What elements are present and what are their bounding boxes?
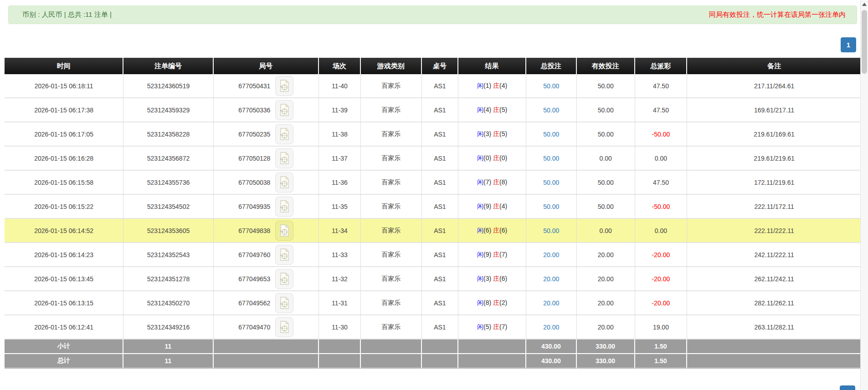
cell-round-no: 677050128 (214, 147, 319, 171)
currency-summary-text: 币别 : 人民币 | 总共 :11 注单 | (22, 10, 112, 19)
cell-valid-bet: 20.00 (577, 315, 635, 339)
banker-score: (4) (499, 203, 507, 210)
remark-value: 262.11/242.11 (754, 275, 794, 283)
cell-time: 2026-01-15 06:17:38 (5, 98, 123, 122)
video-replay-button[interactable] (275, 245, 293, 265)
valid-bet-value: 20.00 (598, 299, 614, 307)
cell-table-no: AS1 (422, 74, 459, 98)
video-replay-button[interactable] (275, 172, 293, 192)
total-bet-link[interactable]: 50.00 (543, 131, 559, 138)
cell-table-no: AS1 (422, 147, 459, 171)
subtotal-row: 小计11430.00330.001.50 (5, 339, 861, 354)
vertical-scrollbar[interactable] (860, 0, 868, 390)
bet-id-value: 523124359329 (147, 106, 190, 114)
cell-empty (361, 339, 421, 354)
total-bet-link[interactable]: 50.00 (543, 227, 559, 234)
cell-session: 11-33 (319, 243, 361, 267)
video-replay-button[interactable] (275, 124, 293, 144)
cell-valid-bet: 20.00 (577, 291, 635, 315)
total-bet-link[interactable]: 20.00 (543, 299, 559, 307)
total-bet-link[interactable]: 50.00 (543, 203, 559, 210)
cell-total-bet: 50.00 (526, 195, 577, 219)
cell-table-no: AS1 (422, 195, 459, 219)
cell-game-type: 百家乐 (361, 147, 421, 171)
round-no-value: 677049470 (238, 324, 270, 331)
video-replay-button[interactable] (275, 197, 293, 217)
cell-remark: 217.11/264.61 (687, 74, 861, 98)
cell-valid-bet: 0.00 (577, 147, 635, 171)
video-replay-button[interactable] (275, 317, 293, 337)
round-no-value: 677050431 (238, 82, 270, 90)
table-row: 2026-01-15 06:12:41523124349216677049470… (5, 315, 861, 339)
player-score: (5) (483, 323, 491, 330)
cell-bet-id: 523124349216 (123, 315, 213, 339)
bet-id-value: 523124360519 (147, 82, 190, 90)
cell-bet-id: 523124354502 (123, 195, 213, 219)
video-replay-button[interactable] (275, 100, 293, 120)
total-bet-link[interactable]: 50.00 (543, 106, 559, 114)
banker-label: 庄 (493, 130, 499, 137)
video-replay-button[interactable] (275, 148, 293, 168)
table-no-value: AS1 (434, 251, 446, 258)
video-record-icon (279, 200, 290, 213)
video-replay-button[interactable] (275, 293, 293, 313)
bet-id-value: 523124351278 (147, 275, 190, 283)
player-score: (3) (483, 130, 491, 137)
bet-records-table: 时间注单编号局号场次游戏类别桌号结果总投注有效投注总派彩备注 2026-01-1… (5, 58, 861, 369)
cell-payout: 47.50 (635, 171, 688, 195)
total-bet-link[interactable]: 20.00 (543, 275, 559, 283)
video-record-icon (279, 152, 290, 164)
payout-value: 0.00 (655, 155, 667, 162)
scrollbar-thumb[interactable] (862, 10, 867, 74)
video-record-icon (279, 321, 290, 333)
game-type-value: 百家乐 (381, 227, 401, 234)
round-no-value: 677049562 (238, 299, 270, 307)
bet-id-value: 523124355736 (147, 179, 190, 186)
cell-remark: 222.11/222.11 (687, 219, 861, 243)
banker-label: 庄 (493, 323, 499, 330)
session-value: 11-31 (332, 299, 348, 307)
player-label: 闲 (477, 251, 483, 258)
total-bet-link[interactable]: 50.00 (543, 155, 559, 162)
payout-value: 47.50 (653, 179, 669, 186)
banker-score: (7) (499, 251, 507, 258)
banker-score: (7) (499, 323, 507, 330)
cell-bet-id: 523124356872 (123, 147, 213, 171)
round-no-value: 677050235 (238, 131, 270, 138)
total-bet-link[interactable]: 20.00 (543, 251, 559, 258)
player-score: (3) (483, 275, 491, 282)
scrollbar-up-arrow-icon[interactable] (862, 3, 867, 6)
col-header-table_no: 桌号 (422, 58, 459, 74)
pagination-top-page-1[interactable]: 1 (841, 37, 856, 52)
cell-result: 闲(1) 庄(4) (458, 74, 526, 98)
cell-payout: 19.00 (635, 315, 688, 339)
cell-empty (687, 354, 861, 369)
cell-empty (361, 354, 421, 369)
cell-table-no: AS1 (422, 219, 459, 243)
cell-empty (687, 339, 861, 354)
payout-value: 47.50 (653, 106, 669, 114)
cell-table-no: AS1 (422, 291, 459, 315)
total-bet-link[interactable]: 50.00 (543, 82, 559, 90)
session-value: 11-38 (332, 131, 348, 138)
total-bet-link[interactable]: 50.00 (543, 179, 559, 186)
total-bet-link[interactable]: 20.00 (543, 324, 559, 331)
cell-summary-count-value: 11 (165, 357, 172, 365)
pagination-bottom-page-1[interactable]: 1 (840, 385, 855, 390)
cell-round-no: 677049653 (214, 267, 319, 291)
game-type-value: 百家乐 (381, 299, 401, 306)
cell-total-bet: 50.00 (526, 98, 577, 122)
table-no-value: AS1 (434, 227, 446, 234)
cell-game-type: 百家乐 (361, 291, 421, 315)
table-no-value: AS1 (434, 324, 446, 331)
cell-result: 闲(4) 庄(5) (458, 98, 526, 122)
bet-id-value: 523124358228 (147, 131, 190, 138)
video-record-icon (279, 176, 290, 188)
video-replay-button[interactable] (275, 76, 293, 96)
cell-table-no: AS1 (422, 243, 459, 267)
video-replay-button[interactable] (275, 269, 293, 289)
cell-payout: 0.00 (635, 219, 688, 243)
video-replay-button[interactable] (275, 221, 293, 241)
cell-total-bet: 20.00 (526, 291, 577, 315)
cell-round-no: 677049760 (214, 243, 319, 267)
